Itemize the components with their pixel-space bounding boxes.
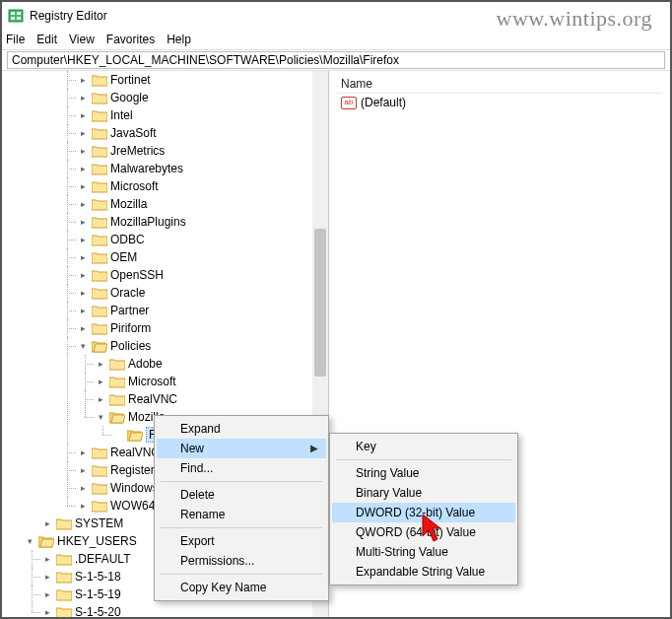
folder-icon [92, 464, 107, 477]
tree-node-label: SYSTEM [75, 516, 123, 530]
tree-node[interactable]: ▸JavaSoft [77, 124, 328, 142]
chevron-right-icon[interactable]: ▸ [77, 75, 89, 85]
chevron-right-icon[interactable]: ▸ [95, 377, 106, 386]
folder-icon [92, 340, 107, 353]
tree-node-label: S-1-5-20 [75, 605, 121, 617]
tree-node[interactable]: ▸Intel [77, 106, 328, 124]
folder-icon [38, 535, 54, 548]
menu-edit[interactable]: Edit [36, 33, 57, 46]
chevron-right-icon[interactable]: ▸ [77, 306, 89, 315]
chevron-right-icon[interactable]: ▸ [77, 323, 89, 333]
chevron-right-icon[interactable]: ▸ [77, 146, 89, 156]
chevron-right-icon[interactable]: ▸ [41, 554, 53, 564]
chevron-right-icon[interactable]: ▸ [77, 93, 89, 103]
chevron-right-icon[interactable]: ▸ [41, 589, 53, 599]
menu-item-rename[interactable]: Rename [157, 505, 326, 524]
tree-node-label: Adobe [128, 357, 163, 371]
tree-node-label: Google [110, 91, 149, 104]
chevron-down-icon[interactable]: ▾ [95, 412, 106, 422]
chevron-right-icon[interactable]: ▸ [77, 110, 89, 120]
tree-node[interactable]: ▸Oracle [77, 284, 328, 302]
menu-item-dword-value[interactable]: DWORD (32-bit) Value [332, 503, 515, 522]
tree-node[interactable]: ▸Mozilla [77, 195, 328, 213]
folder-icon [92, 287, 107, 300]
chevron-right-icon[interactable]: ▸ [77, 270, 89, 280]
menu-item-new[interactable]: New ▶ [157, 439, 326, 458]
tree-node[interactable]: ▸Piriform [77, 319, 328, 337]
chevron-right-icon[interactable]: ▸ [77, 128, 89, 138]
folder-icon [92, 447, 107, 459]
menu-item-multistring-value[interactable]: Multi-String Value [332, 542, 515, 562]
chevron-right-icon[interactable]: ▸ [77, 217, 89, 227]
menu-help[interactable]: Help [167, 33, 191, 46]
folder-icon [92, 145, 107, 158]
chevron-right-icon[interactable]: ▸ [77, 447, 89, 457]
chevron-right-icon[interactable]: ▸ [77, 501, 89, 511]
chevron-right-icon[interactable]: ▸ [41, 518, 53, 528]
tree-node[interactable]: ▸S-1-5-20 [41, 603, 328, 617]
tree-node-label: JavaSoft [110, 126, 157, 140]
tree-node-label: Windows [110, 481, 159, 495]
folder-icon [92, 234, 107, 246]
tree-node[interactable]: ▸Malwarebytes [77, 160, 328, 177]
chevron-right-icon[interactable]: ▸ [41, 607, 53, 617]
tree-node[interactable]: ▸RealVNC [95, 390, 328, 408]
list-item[interactable]: ab (Default) [337, 94, 662, 111]
chevron-right-icon[interactable]: ▸ [77, 181, 89, 191]
tree-node[interactable]: ▸MozillaPlugins [77, 213, 328, 231]
folder-icon [92, 500, 107, 513]
chevron-down-icon[interactable]: ▾ [77, 341, 89, 351]
address-input[interactable] [7, 51, 665, 69]
menu-item-delete[interactable]: Delete [157, 485, 326, 505]
menu-file[interactable]: File [6, 33, 25, 46]
chevron-right-icon[interactable]: ▸ [77, 199, 89, 209]
tree-node[interactable]: ▾Policies [77, 337, 328, 355]
tree-node[interactable]: ▸Adobe [95, 355, 328, 373]
menu-item-key[interactable]: Key [332, 437, 515, 456]
svg-rect-0 [9, 10, 23, 22]
chevron-right-icon[interactable]: ▸ [77, 252, 89, 262]
chevron-right-icon[interactable]: ▸ [41, 572, 53, 582]
chevron-right-icon[interactable]: ▸ [77, 164, 89, 173]
svg-rect-3 [17, 12, 21, 15]
menu-view[interactable]: View [69, 33, 95, 46]
chevron-right-icon[interactable]: ▸ [77, 235, 89, 244]
tree-node[interactable]: ▸Fortinet [77, 71, 328, 89]
folder-icon [109, 393, 125, 406]
tree-node[interactable]: ▸JreMetrics [77, 142, 328, 160]
menu-item-export[interactable]: Export [157, 531, 326, 551]
menu-item-permissions[interactable]: Permissions... [157, 551, 326, 571]
tree-node[interactable]: ▸Microsoft [95, 373, 328, 390]
tree-node[interactable]: ▸Google [77, 89, 328, 106]
menu-item-string-value[interactable]: String Value [332, 463, 515, 483]
folder-icon [56, 571, 72, 584]
tree-node[interactable]: ▸OpenSSH [77, 266, 328, 284]
menu-favorites[interactable]: Favorites [106, 33, 155, 46]
chevron-right-icon[interactable]: ▸ [77, 465, 89, 475]
menu-item-find[interactable]: Find... [157, 458, 326, 478]
chevron-right-icon[interactable]: ▸ [95, 394, 106, 404]
folder-icon [92, 127, 107, 140]
chevron-right-icon[interactable]: ▸ [77, 288, 89, 298]
menu-item-expand[interactable]: Expand [157, 419, 326, 439]
folder-icon [92, 180, 107, 193]
tree-node[interactable]: ▸Microsoft [77, 177, 328, 195]
chevron-right-icon[interactable]: ▸ [95, 359, 106, 369]
column-header-name[interactable]: Name [337, 75, 662, 94]
folder-icon [92, 92, 107, 104]
tree-node[interactable]: ▸OEM [77, 248, 328, 266]
scrollbar-thumb[interactable] [314, 229, 326, 377]
submenu-arrow-icon: ▶ [310, 443, 318, 453]
menu-item-copy-key-name[interactable]: Copy Key Name [157, 578, 326, 597]
menu-item-qword-value[interactable]: QWORD (64-bit) Value [332, 522, 515, 542]
chevron-right-icon[interactable]: ▸ [77, 483, 89, 493]
tree-node[interactable]: ▸ODBC [77, 231, 328, 248]
menu-item-binary-value[interactable]: Binary Value [332, 483, 515, 503]
folder-icon [92, 216, 107, 229]
chevron-down-icon[interactable]: ▾ [24, 536, 35, 546]
tree-node-label: HKEY_USERS [57, 534, 137, 548]
tree-node[interactable]: ▸Partner [77, 302, 328, 319]
tree-node-label: S-1-5-19 [75, 587, 121, 601]
folder-icon [109, 358, 125, 371]
menu-item-expandable-value[interactable]: Expandable String Value [332, 562, 515, 582]
